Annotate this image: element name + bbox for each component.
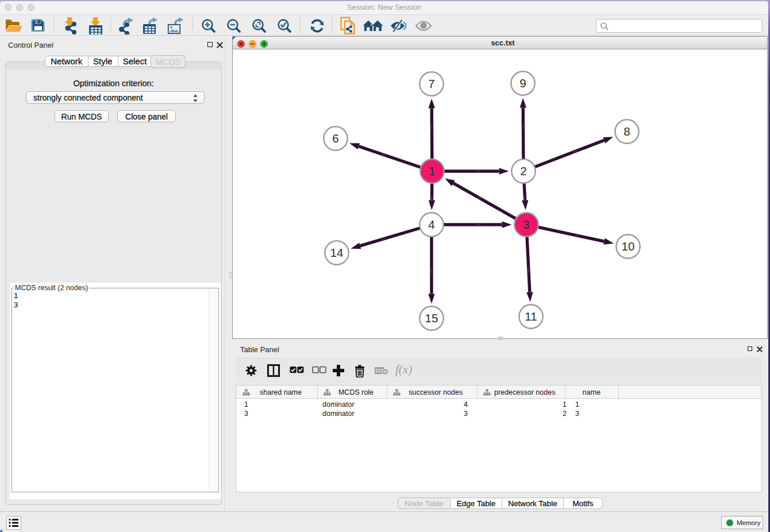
svg-text:10: 10 — [622, 240, 635, 253]
svg-text:9: 9 — [519, 76, 526, 90]
svg-text:7: 7 — [428, 77, 434, 90]
svg-text:2: 2 — [520, 164, 526, 178]
svg-text:3: 3 — [523, 218, 529, 231]
svg-text:1: 1 — [429, 164, 435, 178]
svg-text:8: 8 — [623, 125, 630, 138]
svg-text:14: 14 — [330, 246, 344, 259]
svg-text:15: 15 — [425, 311, 438, 325]
svg-text:11: 11 — [525, 310, 537, 323]
svg-text:6: 6 — [332, 132, 338, 145]
svg-text:4: 4 — [428, 218, 434, 231]
